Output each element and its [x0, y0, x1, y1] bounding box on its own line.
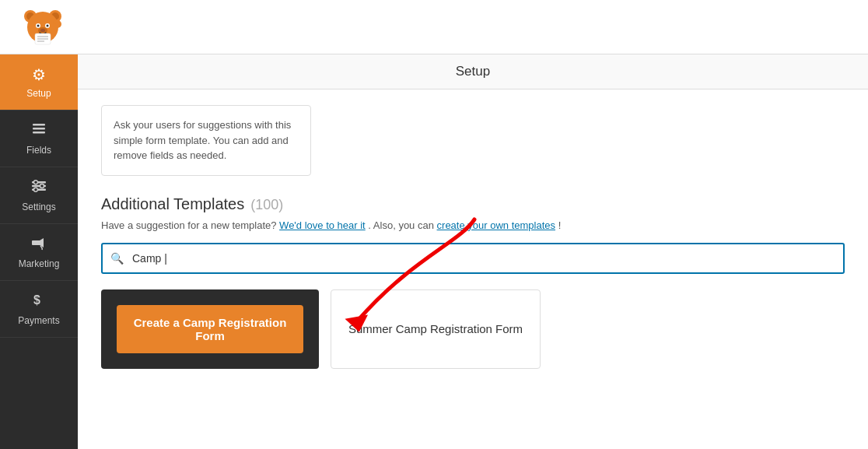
- suggestion-link-1[interactable]: We'd love to hear it: [279, 219, 366, 231]
- svg-rect-19: [33, 132, 45, 134]
- svg-point-24: [40, 184, 44, 188]
- sidebar-label-payments: Payments: [18, 315, 59, 326]
- sidebar-label-setup: Setup: [26, 88, 51, 99]
- svg-point-23: [34, 181, 38, 184]
- search-input[interactable]: [101, 243, 845, 274]
- page-header: Setup: [78, 54, 868, 89]
- main-layout: ⚙ Setup Fields: [0, 54, 868, 449]
- logo-area: [12, 7, 74, 47]
- sidebar-item-setup[interactable]: ⚙ Setup: [0, 54, 78, 110]
- results-row: Create a Camp Registration Form Summer C…: [101, 289, 845, 369]
- template-card-partial: Ask your users for suggestions with this…: [101, 105, 311, 176]
- content-area: Setup Ask your users for suggestions wit…: [78, 54, 868, 449]
- fields-icon: [31, 121, 47, 141]
- section-count: (100): [250, 197, 283, 213]
- create-card: Create a Camp Registration Form: [101, 289, 319, 369]
- template-result-name: Summer Camp Registration Form: [348, 322, 523, 335]
- suggestion-link-2[interactable]: create your own templates: [437, 219, 555, 231]
- svg-rect-18: [33, 128, 45, 130]
- sidebar-label-settings: Settings: [22, 202, 55, 212]
- svg-point-8: [47, 24, 49, 26]
- sidebar: ⚙ Setup Fields: [0, 54, 78, 449]
- sidebar-label-marketing: Marketing: [19, 258, 60, 269]
- sidebar-item-marketing[interactable]: Marketing: [0, 224, 78, 281]
- svg-rect-26: [32, 240, 35, 245]
- sidebar-item-payments[interactable]: $ Payments: [0, 281, 78, 338]
- setup-icon: ⚙: [32, 65, 46, 84]
- create-camp-form-button[interactable]: Create a Camp Registration Form: [117, 305, 303, 353]
- svg-rect-17: [33, 124, 45, 126]
- wpforms-logo: [23, 7, 63, 47]
- top-bar: [0, 0, 868, 54]
- sidebar-label-fields: Fields: [26, 145, 51, 156]
- sidebar-item-fields[interactable]: Fields: [0, 110, 78, 167]
- svg-point-10: [40, 29, 45, 32]
- suggestion-text: Have a suggestion for a new template? We…: [101, 219, 845, 231]
- template-result-card[interactable]: Summer Camp Registration Form: [331, 289, 541, 369]
- svg-point-25: [34, 188, 38, 191]
- content-scroll: Ask your users for suggestions with this…: [78, 89, 868, 449]
- additional-templates-section: Additional Templates (100) Have a sugges…: [101, 195, 845, 369]
- template-card-description: Ask your users for suggestions with this…: [114, 118, 299, 163]
- marketing-icon: [31, 235, 47, 254]
- svg-text:$: $: [33, 293, 40, 307]
- sidebar-item-settings[interactable]: Settings: [0, 167, 78, 224]
- settings-icon: [31, 178, 47, 198]
- payments-icon: $: [31, 292, 47, 311]
- section-title-row: Additional Templates (100): [101, 195, 845, 213]
- svg-point-7: [37, 24, 40, 26]
- search-icon: 🔍: [110, 252, 124, 265]
- search-container: 🔍: [101, 243, 845, 274]
- page-title: Setup: [456, 64, 490, 79]
- section-title-text: Additional Templates: [101, 195, 244, 213]
